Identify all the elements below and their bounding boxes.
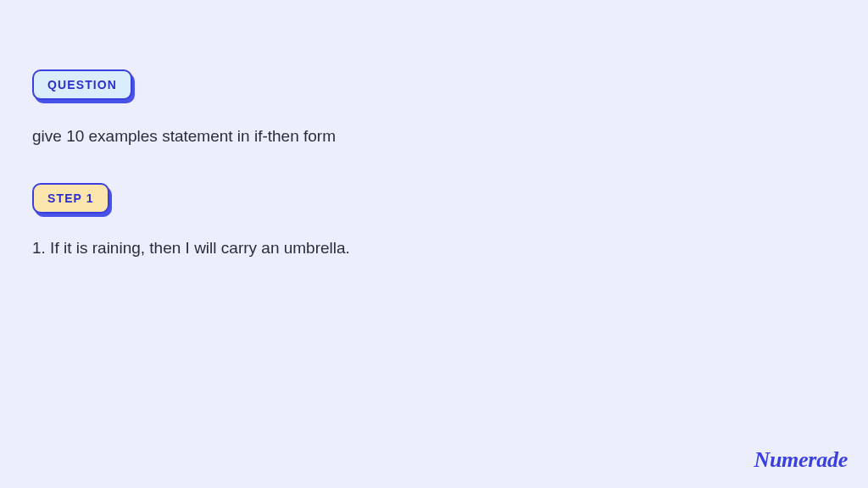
- question-badge: QUESTION: [32, 69, 132, 100]
- question-text: give 10 examples statement in if-then fo…: [32, 127, 836, 146]
- step-badge: STEP 1: [32, 183, 109, 214]
- question-badge-label: QUESTION: [47, 78, 117, 92]
- step-block: STEP 1 1. If it is raining, then I will …: [32, 183, 836, 258]
- slide-content: QUESTION give 10 examples statement in i…: [32, 69, 836, 258]
- brand-logo: Numerade: [754, 447, 848, 473]
- step-badge-label: STEP 1: [47, 191, 94, 205]
- step-text: 1. If it is raining, then I will carry a…: [32, 239, 836, 258]
